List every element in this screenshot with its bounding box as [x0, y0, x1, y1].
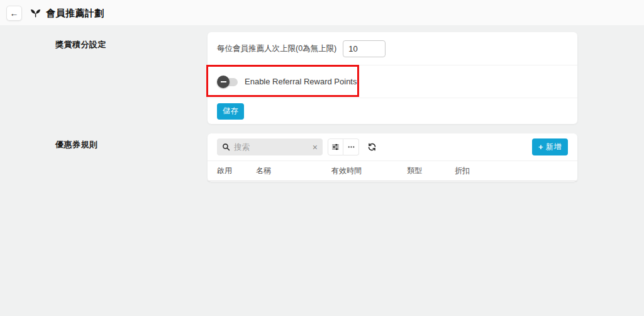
column-header-discount: 折扣	[455, 166, 568, 176]
more-options-button[interactable]	[343, 138, 359, 155]
add-coupon-button[interactable]: + 新增	[532, 138, 568, 155]
coupon-table-header: 啟用 名稱 有效時間 類型 折扣	[208, 161, 577, 181]
referral-limit-row: 每位會員推薦人次上限(0為無上限)	[208, 32, 577, 65]
column-header-enabled: 啟用	[217, 166, 256, 176]
member-referral-page: ← 會員推薦計劃 獎賞積分設定 優惠券規則 每位會員推薦人次上限(0為無上限) …	[0, 0, 644, 316]
page-title: 會員推薦計劃	[46, 8, 104, 20]
referral-reward-toggle[interactable]	[217, 76, 240, 88]
toggle-minus-icon	[217, 76, 230, 88]
back-button[interactable]: ←	[6, 6, 22, 21]
list-options-button-group	[328, 138, 359, 155]
sprout-icon	[30, 7, 42, 19]
search-box[interactable]: ×	[217, 138, 323, 155]
search-input[interactable]	[234, 143, 309, 152]
referral-limit-label: 每位會員推薦人次上限(0為無上限)	[217, 43, 336, 54]
column-header-name: 名稱	[256, 166, 331, 176]
top-bar: ← 會員推薦計劃	[0, 0, 644, 25]
search-icon	[222, 143, 230, 151]
column-header-type: 類型	[407, 166, 455, 176]
enable-referral-toggle-row: Enable Referral Reward Points	[208, 65, 577, 98]
referral-limit-input[interactable]	[343, 40, 386, 57]
coupon-toolbar: ×	[208, 133, 577, 161]
add-coupon-label: 新增	[546, 142, 562, 152]
clear-search-icon[interactable]: ×	[313, 143, 318, 152]
reward-points-card: 每位會員推薦人次上限(0為無上限) Enable Referral Reward…	[208, 32, 577, 124]
coupon-rules-card: ×	[208, 133, 577, 182]
filter-sliders-button[interactable]	[328, 138, 343, 155]
section-label-coupon-rules: 優惠券規則	[55, 139, 98, 150]
refresh-button[interactable]	[364, 138, 379, 155]
save-row: 儲存	[208, 98, 577, 124]
column-header-valid-period: 有效時間	[331, 166, 407, 176]
save-button[interactable]: 儲存	[217, 103, 244, 120]
section-label-reward-points: 獎賞積分設定	[55, 39, 106, 50]
plus-icon: +	[538, 142, 543, 152]
referral-reward-toggle-label: Enable Referral Reward Points	[245, 77, 357, 86]
